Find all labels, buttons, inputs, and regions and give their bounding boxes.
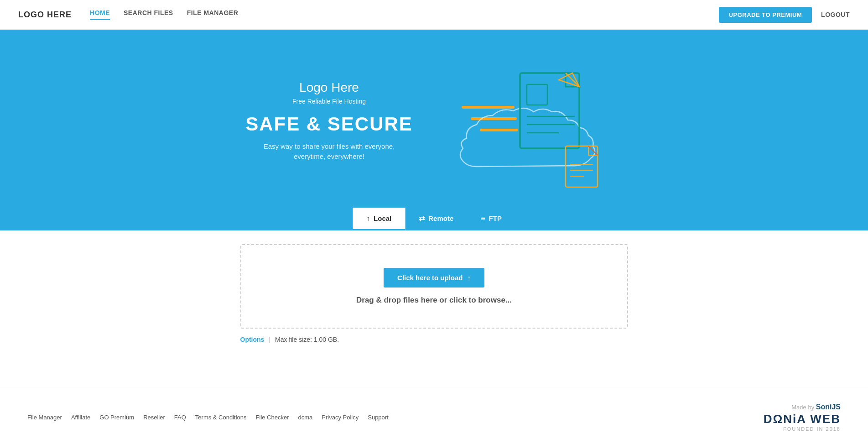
max-file-size: Max file size: 1.00 GB. [275, 336, 339, 343]
footer-brand: Made by SoniJS DΩNiA WEB FOUNDED IN 2018 [764, 403, 841, 432]
svg-rect-11 [566, 146, 598, 187]
options-link[interactable]: Options [240, 336, 265, 343]
footer-link-dcma[interactable]: dcma [298, 414, 313, 421]
svg-rect-9 [527, 84, 547, 105]
footer-link-privacy[interactable]: Privacy Policy [322, 414, 359, 421]
tab-remote[interactable]: ⇄ Remote [405, 208, 467, 230]
footer-link-reseller[interactable]: Reseller [143, 414, 165, 421]
nav-file-manager[interactable]: FILE MANAGER [187, 9, 239, 20]
footer-company-name: DΩNiA WEB [764, 412, 841, 426]
nav-links: HOME SEARCH FILES FILE MANAGER [90, 9, 238, 20]
upgrade-button[interactable]: UPGRADE TO PREMIUM [719, 7, 812, 23]
footer-link-go-premium[interactable]: GO Premium [99, 414, 134, 421]
upload-icon: ↑ [366, 214, 370, 223]
footer-link-terms[interactable]: Terms & Conditions [195, 414, 247, 421]
tab-ftp-label: FTP [489, 214, 502, 222]
hero-tagline: Free Reliable File Hosting [245, 98, 413, 105]
hero-headline: SAFE & SECURE [245, 113, 413, 135]
hero-logo-text: Logo Here [245, 80, 413, 95]
remote-icon: ⇄ [419, 214, 425, 223]
hero-svg [449, 48, 623, 194]
tab-local[interactable]: ↑ Local [353, 208, 405, 230]
footer-link-support[interactable]: Support [368, 414, 389, 421]
footer-madeby: Made by SoniJS [791, 403, 841, 411]
upload-section: Click here to upload ↑ Drag & drop files… [0, 230, 868, 352]
nav-home[interactable]: HOME [90, 9, 110, 20]
logout-button[interactable]: LOGOUT [821, 11, 850, 18]
navbar: LOGO HERE HOME SEARCH FILES FILE MANAGER… [0, 0, 868, 30]
options-bar: Options | Max file size: 1.00 GB. [240, 336, 628, 343]
upload-button[interactable]: Click here to upload ↑ [384, 268, 484, 287]
footer-links: File Manager Affiliate GO Premium Resell… [27, 414, 389, 421]
nav-search-files[interactable]: SEARCH FILES [124, 9, 173, 20]
nav-logo: LOGO HERE [18, 10, 72, 20]
svg-line-13 [588, 146, 598, 155]
hero-illustration [449, 48, 623, 194]
footer-link-file-checker[interactable]: File Checker [256, 414, 289, 421]
footer-link-faq[interactable]: FAQ [174, 414, 186, 421]
ftp-icon: ≡ [481, 214, 485, 223]
upload-arrow-icon: ↑ [467, 274, 471, 282]
options-separator: | [269, 336, 270, 343]
hero-content: Logo Here Free Reliable File Hosting SAF… [161, 48, 708, 194]
svg-marker-10 [559, 73, 579, 87]
footer-link-file-manager[interactable]: File Manager [27, 414, 62, 421]
nav-left: LOGO HERE HOME SEARCH FILES FILE MANAGER [18, 9, 238, 20]
tab-local-label: Local [374, 214, 391, 222]
footer-link-affiliate[interactable]: Affiliate [71, 414, 90, 421]
hero-description: Easy way to share your files with everyo… [245, 141, 413, 162]
hero-text: Logo Here Free Reliable File Hosting SAF… [245, 80, 413, 162]
upload-button-label: Click here to upload [397, 274, 463, 282]
footer: File Manager Affiliate GO Premium Resell… [0, 389, 868, 439]
tabs-container: ↑ Local ⇄ Remote ≡ FTP [353, 208, 515, 230]
footer-sonijs: SoniJS [816, 403, 841, 411]
tab-remote-label: Remote [428, 214, 453, 222]
footer-founded: FOUNDED IN 2018 [783, 426, 841, 432]
hero-section: Logo Here Free Reliable File Hosting SAF… [0, 30, 868, 230]
upload-dropzone[interactable]: Click here to upload ↑ Drag & drop files… [240, 244, 628, 329]
tab-ftp[interactable]: ≡ FTP [467, 208, 515, 230]
upload-drag-text: Drag & drop files here or click to brows… [356, 296, 512, 305]
tabs-bar: ↑ Local ⇄ Remote ≡ FTP [353, 208, 515, 230]
nav-right: UPGRADE TO PREMIUM LOGOUT [719, 7, 850, 23]
